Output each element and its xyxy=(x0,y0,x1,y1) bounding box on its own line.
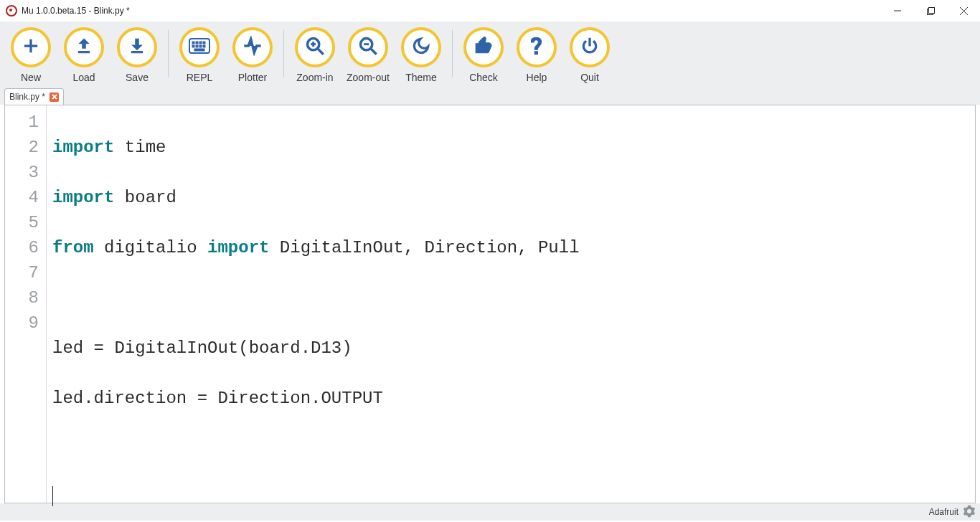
title-bar: Mu 1.0.0.beta.15 - Blink.py * xyxy=(0,0,980,22)
window-controls xyxy=(881,0,980,22)
code-line xyxy=(52,486,975,511)
download-icon xyxy=(128,37,146,58)
close-icon xyxy=(52,94,57,100)
svg-rect-12 xyxy=(196,45,198,47)
plotter-button[interactable]: Plotter xyxy=(226,27,279,83)
separator xyxy=(283,30,284,77)
theme-button[interactable]: Theme xyxy=(395,27,448,83)
separator xyxy=(168,30,169,77)
activity-icon xyxy=(242,36,263,59)
plotter-label: Plotter xyxy=(238,72,267,83)
code-line: led.direction = Direction.OUTPUT xyxy=(52,386,975,411)
toolbar: New Load Save REPL Plotter Zoom-in Zoom-… xyxy=(0,22,980,86)
quit-button[interactable]: Quit xyxy=(563,27,616,83)
new-button[interactable]: New xyxy=(4,27,57,83)
zoom-in-icon xyxy=(305,36,325,59)
svg-rect-2 xyxy=(928,7,934,13)
line-number: 9 xyxy=(5,310,39,336)
svg-rect-15 xyxy=(194,49,204,51)
line-number: 1 xyxy=(5,110,39,135)
app-icon xyxy=(6,5,17,16)
repl-button[interactable]: REPL xyxy=(173,27,226,83)
load-label: Load xyxy=(72,72,95,83)
plus-icon xyxy=(22,37,40,58)
line-number: 3 xyxy=(5,160,39,185)
zoom-in-button[interactable]: Zoom-in xyxy=(288,27,341,83)
svg-rect-13 xyxy=(199,45,202,47)
tab-bar: Blink.py * xyxy=(0,86,980,105)
check-button[interactable]: Check xyxy=(457,27,510,83)
line-number: 5 xyxy=(5,210,39,235)
window-title: Mu 1.0.0.beta.15 - Blink.py * xyxy=(22,6,130,16)
zoom-out-icon xyxy=(358,36,378,59)
text-cursor xyxy=(52,486,53,506)
close-button[interactable] xyxy=(947,0,980,22)
zoom-out-button[interactable]: Zoom-out xyxy=(341,27,395,83)
svg-line-21 xyxy=(371,49,377,54)
help-button[interactable]: Help xyxy=(510,27,563,83)
line-number: 8 xyxy=(5,285,39,310)
save-label: Save xyxy=(126,72,149,83)
quit-label: Quit xyxy=(580,72,599,83)
svg-rect-7 xyxy=(192,42,194,44)
code-line xyxy=(52,436,975,461)
svg-rect-8 xyxy=(196,42,198,44)
theme-label: Theme xyxy=(405,72,437,83)
line-number: 4 xyxy=(5,185,39,210)
line-number: 6 xyxy=(5,235,39,260)
upload-icon xyxy=(75,37,93,58)
check-label: Check xyxy=(469,72,498,83)
tab-close-button[interactable] xyxy=(50,92,59,102)
svg-rect-9 xyxy=(199,42,202,44)
line-number: 2 xyxy=(5,135,39,160)
new-label: New xyxy=(21,72,41,83)
minimize-button[interactable] xyxy=(881,0,914,22)
file-tab[interactable]: Blink.py * xyxy=(4,88,64,105)
tab-label: Blink.py * xyxy=(9,92,45,102)
svg-rect-11 xyxy=(192,45,194,47)
code-line: led = DigitalInOut(board.D13) xyxy=(52,336,975,361)
question-icon xyxy=(531,37,542,58)
zoom-out-label: Zoom-out xyxy=(347,72,390,83)
svg-rect-10 xyxy=(203,42,205,44)
power-icon xyxy=(580,37,599,58)
zoom-in-label: Zoom-in xyxy=(296,72,333,83)
repl-label: REPL xyxy=(187,72,213,83)
thumbs-up-icon xyxy=(474,37,493,58)
code-editor[interactable]: 1 2 3 4 5 6 7 8 9 import time import boa… xyxy=(4,105,976,503)
code-line: import time xyxy=(52,135,975,160)
code-area[interactable]: import time import board from digitalio … xyxy=(47,105,975,503)
load-button[interactable]: Load xyxy=(57,27,110,83)
save-button[interactable]: Save xyxy=(110,27,164,83)
help-label: Help xyxy=(527,72,547,83)
moon-icon xyxy=(412,37,430,58)
line-gutter: 1 2 3 4 5 6 7 8 9 xyxy=(5,105,47,503)
line-number: 7 xyxy=(5,260,39,285)
code-line: import board xyxy=(52,185,975,210)
separator xyxy=(452,30,453,77)
code-line: from digitalio import DigitalInOut, Dire… xyxy=(52,235,975,260)
svg-rect-14 xyxy=(203,45,205,47)
code-line xyxy=(52,285,975,310)
maximize-button[interactable] xyxy=(914,0,947,22)
svg-line-17 xyxy=(318,49,324,54)
keyboard-icon xyxy=(189,38,210,57)
